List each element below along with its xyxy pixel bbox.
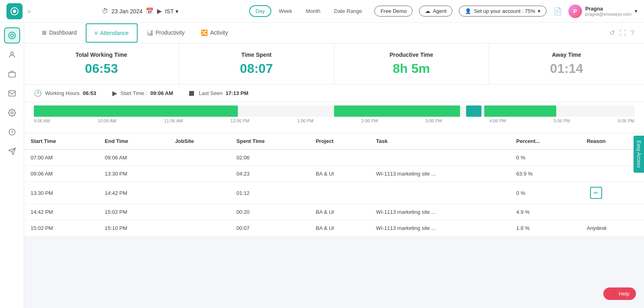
easy-access-button[interactable]: Easy Access [634,135,644,172]
col-jobsite: JobSite [169,133,230,149]
cell-start: 07:00 AM [24,149,98,166]
free-demo-button[interactable]: Free Demo [374,6,413,17]
time-label-7: 4:06 PM [489,118,506,123]
main-content: ⊞ Dashboard ≡ Attendance 📊 Productivity … [24,23,644,308]
stat-time-spent: Time Spent 08:07 [179,43,334,84]
cell-end: 09:06 AM [98,149,169,166]
svg-point-4 [10,52,13,55]
stats-row: Total Working Time 06:53 Time Spent 08:0… [24,43,644,85]
time-label-3: 12:06 PM [231,118,250,123]
cell-jobsite [169,220,230,236]
cell-spent: 04:23 [230,166,310,182]
fullscreen-icon[interactable]: ⛶ [619,29,626,37]
stat-away-time: Away Time 01:14 [489,43,644,84]
topbar-center: ⏱ 23 Jan 2024 📅 ▶ IST ▾ [102,7,178,15]
cell-percent: 0 % [510,182,580,204]
nav-tabs-left: ⊞ Dashboard ≡ Attendance 📊 Productivity … [34,23,236,44]
time-label-9: 6:06 PM [618,118,634,123]
start-time-value: 09:06 AM [150,90,173,96]
table-body: 07:00 AM 09:06 AM 02:06 0 % 09:06 AM 13:… [24,149,644,236]
document-icon[interactable]: 📄 [553,7,562,16]
sidebar-item-home[interactable] [4,27,20,43]
stat-total-working: Total Working Time 06:53 [24,43,179,84]
tab-activity[interactable]: 🔀 Activity [193,24,236,42]
cell-task: WI-1113 marketing site ... [369,220,510,236]
setup-account-button[interactable]: 👤 Set up your account : 75% ▾ [459,6,546,17]
tab-day[interactable]: Day [249,5,271,17]
stat-productive-time: Productive Time 8h 5m [334,43,489,84]
cell-start: 14:42 PM [24,204,98,220]
cell-spent: 00:20 [230,204,310,220]
tab-attendance[interactable]: ≡ Attendance [86,23,138,43]
tab-productivity[interactable]: 📊 Productivity [138,24,193,42]
help-button[interactable]: ❓ Help [603,287,636,300]
cell-percent: 1.8 % [510,220,580,236]
tab-dashboard[interactable]: ⊞ Dashboard [34,24,85,42]
tab-week[interactable]: Week [273,6,298,17]
help-icon[interactable]: ? [631,29,634,37]
col-percent: Percent... [510,133,580,149]
timeline-container: 9:06 AM 10:06 AM 11:06 AM 12:06 PM 1:06 … [24,102,644,133]
stat-value-spent: 08:07 [189,61,324,76]
user-email: pragna@snovasys.com [585,12,632,17]
activity-icon: 🔀 [201,29,208,36]
sidebar-item-briefcase[interactable] [4,66,20,82]
user-name: Pragna [585,6,632,12]
cell-project: BA & UI [309,220,369,236]
attendance-icon: ≡ [95,30,98,36]
cell-end: 13:30 PM [98,166,169,182]
sidebar-item-clock[interactable] [4,124,20,140]
table-row: 14:42 PM 15:02 PM 00:20 BA & UI WI-1113 … [24,204,644,220]
cell-percent: 0 % [510,149,580,166]
play-working-icon: ▶ [112,89,117,97]
time-label-2: 11:06 AM [164,118,183,123]
cell-jobsite [169,204,230,220]
dashboard-icon: ⊞ [42,29,47,36]
tab-month[interactable]: Month [300,6,326,17]
help-circle-icon: ❓ [610,291,616,297]
timezone-select[interactable]: IST ▾ [165,8,178,14]
working-hours-item: 🕐 Working Hours 06:53 [34,89,96,97]
user-avatar[interactable]: P Pragna pragna@snovasys.com ▾ [568,4,638,18]
last-seen-item: Last Seen 17:13 PM [189,90,248,96]
cell-start: 13:30 PM [24,182,98,204]
cell-project: BA & UI [309,204,369,220]
cell-project [309,149,369,166]
stat-label-away: Away Time [499,52,634,58]
sidebar-item-mail[interactable] [4,85,20,101]
table-header: Start Time End Time JobSite Spent Time P… [24,133,644,149]
cell-spent: 01:12 [230,182,310,204]
logo[interactable] [6,3,23,19]
table-row: 13:30 PM 14:42 PM 01:12 0 % ✏ [24,182,644,204]
cell-percent: 63.9 % [510,166,580,182]
time-label-8: 5:06 PM [554,118,570,123]
cell-start: 09:06 AM [24,166,98,182]
table-row: 15:02 PM 15:10 PM 00:07 BA & UI WI-1113 … [24,220,644,236]
tab-date-range[interactable]: Date Range [328,6,368,17]
date-display: 23 Jan 2024 [111,8,142,14]
nav-tabs-right: ↺ ⛶ ? [609,29,634,37]
col-task: Task [369,133,510,149]
cell-jobsite [169,182,230,204]
avatar-image: P [568,4,582,18]
expand-icon[interactable]: » [27,8,31,15]
working-info-bar: 🕐 Working Hours 06:53 ▶ Start Time : 09:… [24,85,644,102]
svg-rect-6 [8,91,15,96]
user-info: Pragna pragna@snovasys.com [585,6,632,17]
productivity-icon: 📊 [147,29,153,36]
sidebar-item-settings[interactable] [4,105,20,121]
agent-button[interactable]: ☁ Agent [419,6,452,17]
sidebar-item-send[interactable] [4,143,20,159]
edit-button[interactable]: ✏ [590,187,602,199]
square-icon [189,91,194,96]
sidebar-item-user[interactable] [4,47,20,63]
play-icon[interactable]: ▶ [157,7,162,15]
timeline-seg-1 [34,105,238,117]
refresh-icon[interactable]: ↺ [609,29,615,37]
calendar-icon[interactable]: 📅 [146,7,154,15]
cell-end: 15:02 PM [98,204,169,220]
attendance-table: Start Time End Time JobSite Spent Time P… [24,133,644,236]
clock-icon[interactable]: ⏱ [102,8,108,15]
time-label-0: 9:06 AM [34,118,50,123]
svg-point-1 [13,10,16,13]
